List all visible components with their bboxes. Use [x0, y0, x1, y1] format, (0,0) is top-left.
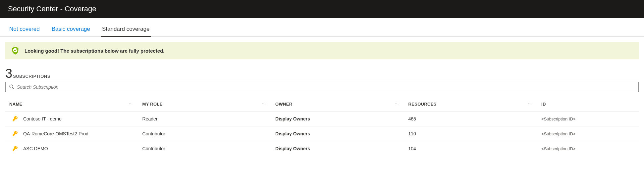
- subscription-id: <Subscription ID>: [541, 146, 575, 151]
- tab-bar: Not covered Basic coverage Standard cove…: [0, 23, 644, 37]
- count-label: SUBSCRIPTIONS: [13, 74, 50, 79]
- key-icon: [12, 130, 19, 137]
- tab-standard-coverage[interactable]: Standard coverage: [101, 23, 151, 37]
- col-header-resources[interactable]: RESOURCES ↑↓: [404, 98, 538, 112]
- subscription-name: ASC DEMO: [23, 146, 48, 151]
- tab-not-covered[interactable]: Not covered: [8, 23, 41, 37]
- search-input[interactable]: [14, 82, 635, 92]
- banner-text: Looking good! The subscriptions below ar…: [25, 48, 165, 54]
- subscription-id: <Subscription ID>: [541, 131, 575, 136]
- status-banner: Looking good! The subscriptions below ar…: [5, 42, 639, 59]
- sort-icon: ↑↓: [395, 102, 399, 106]
- subscription-name: QA-RomeCore-OMSTest2-Prod: [23, 131, 88, 136]
- col-header-id-label: ID: [541, 102, 546, 107]
- role-cell: Reader: [138, 112, 272, 126]
- table-row[interactable]: Contoso IT - demo Reader Display Owners …: [5, 112, 639, 126]
- resources-cell: 110: [404, 126, 538, 141]
- col-header-role-label: MY ROLE: [142, 102, 163, 107]
- col-header-name-label: NAME: [9, 102, 22, 107]
- resources-cell: 104: [404, 141, 538, 156]
- resources-cell: 465: [404, 112, 538, 126]
- sort-icon: ↑↓: [129, 102, 133, 106]
- search-icon: [9, 84, 14, 90]
- key-icon: [12, 116, 19, 122]
- shield-check-icon: [11, 46, 20, 55]
- count-value: 3: [5, 67, 12, 80]
- tab-basic-coverage[interactable]: Basic coverage: [50, 23, 91, 37]
- sort-icon: ↑↓: [262, 102, 266, 106]
- col-header-resources-label: RESOURCES: [408, 102, 437, 107]
- subscription-name: Contoso IT - demo: [23, 116, 62, 121]
- col-header-role[interactable]: MY ROLE ↑↓: [138, 98, 272, 112]
- table-row[interactable]: QA-RomeCore-OMSTest2-Prod Contributor Di…: [5, 126, 639, 141]
- col-header-id[interactable]: ID: [537, 98, 639, 112]
- display-owners-link[interactable]: Display Owners: [275, 131, 310, 136]
- table-row[interactable]: ASC DEMO Contributor Display Owners 104 …: [5, 141, 639, 156]
- col-header-owner[interactable]: OWNER ↑↓: [271, 98, 404, 112]
- role-cell: Contributor: [138, 126, 272, 141]
- page-title: Security Center - Coverage: [0, 0, 644, 18]
- display-owners-link[interactable]: Display Owners: [275, 116, 310, 121]
- role-cell: Contributor: [138, 141, 272, 156]
- subscription-count: 3 SUBSCRIPTIONS: [0, 59, 644, 82]
- display-owners-link[interactable]: Display Owners: [275, 146, 310, 151]
- subscription-id: <Subscription ID>: [541, 116, 575, 121]
- key-icon: [12, 145, 19, 152]
- col-header-owner-label: OWNER: [275, 102, 292, 107]
- search-bar[interactable]: [5, 82, 639, 92]
- svg-point-1: [10, 85, 13, 88]
- sort-icon: ↑↓: [528, 102, 532, 106]
- subscriptions-table: NAME ↑↓ MY ROLE ↑↓ OWNER ↑↓ RESOURCES ↑↓: [5, 98, 639, 156]
- svg-line-2: [13, 88, 14, 89]
- col-header-name[interactable]: NAME ↑↓: [5, 98, 138, 112]
